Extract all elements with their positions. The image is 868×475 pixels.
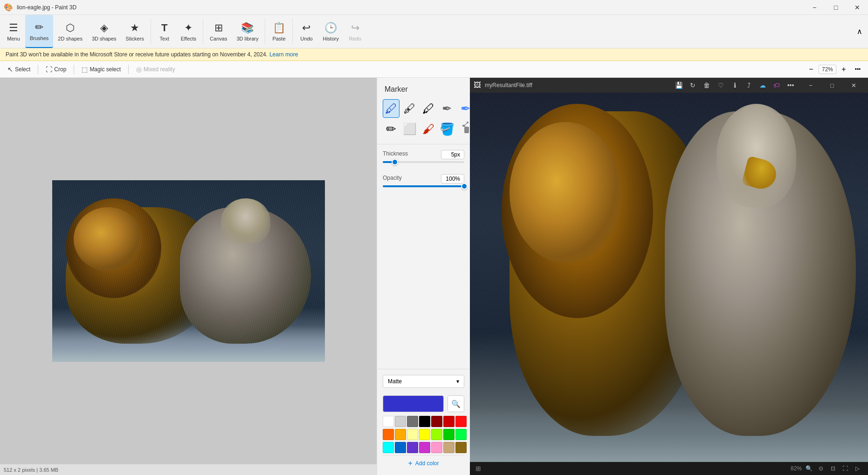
thickness-thumb[interactable] bbox=[392, 159, 398, 165]
brush-pen-blue[interactable]: ✒ bbox=[457, 99, 470, 118]
toolbar-2dshapes[interactable]: ⬡ 2D shapes bbox=[53, 15, 87, 48]
close-button[interactable]: ✕ bbox=[847, 0, 868, 15]
right-slideshow-button[interactable]: ▷ bbox=[852, 463, 862, 474]
toolbar-separator-1 bbox=[151, 19, 151, 44]
swatch-brown[interactable] bbox=[455, 442, 467, 453]
toolbar-history[interactable]: 🕒 History bbox=[318, 15, 343, 48]
paste-icon: 📋 bbox=[273, 22, 285, 34]
swatch-green[interactable] bbox=[443, 429, 455, 440]
swatch-orange[interactable] bbox=[383, 429, 394, 440]
rotate-icon[interactable]: ↻ bbox=[687, 80, 698, 91]
right-maximize-button[interactable]: □ bbox=[821, 78, 843, 93]
main-toolbar: ☰ Menu ✏ Brushes ⬡ 2D shapes ◈ 3D shapes… bbox=[0, 15, 868, 48]
swatch-magenta[interactable] bbox=[419, 442, 430, 453]
more-options-icon[interactable]: ••• bbox=[785, 80, 796, 91]
select-tool[interactable]: ↖ Select bbox=[4, 64, 34, 75]
maximize-button[interactable]: □ bbox=[825, 0, 847, 15]
swatch-brightgreen[interactable] bbox=[455, 429, 467, 440]
right-minimize-button[interactable]: − bbox=[800, 78, 821, 93]
swatch-white[interactable] bbox=[383, 416, 394, 427]
opacity-slider[interactable] bbox=[383, 185, 464, 187]
swatch-gray[interactable] bbox=[407, 416, 418, 427]
swatch-yellowgreen[interactable] bbox=[431, 429, 442, 440]
zoom-minus-button[interactable]: − bbox=[806, 64, 817, 75]
swatch-tan[interactable] bbox=[443, 442, 455, 453]
magic-select-tool[interactable]: ⬚ Magic select bbox=[78, 64, 124, 75]
opacity-value[interactable]: 100% bbox=[441, 174, 464, 183]
collapse-icon[interactable]: ∧ bbox=[853, 23, 866, 40]
more-options-button[interactable]: ••• bbox=[851, 63, 864, 76]
thickness-value[interactable]: 5px bbox=[441, 150, 464, 159]
toolbar-3dshapes[interactable]: ◈ 3D shapes bbox=[87, 15, 121, 48]
title-bar: 🎨 lion-eagle.jpg - Paint 3D − □ ✕ bbox=[0, 0, 868, 15]
right-zoom-out-button[interactable]: 🔍 bbox=[804, 463, 814, 474]
share-icon[interactable]: ⤴ bbox=[743, 80, 754, 91]
brush-eraser-pink[interactable]: ⬜ bbox=[401, 120, 418, 138]
toolbar-undo[interactable]: ↩ Undo bbox=[295, 15, 318, 48]
matte-dropdown[interactable]: Matte ▾ bbox=[383, 375, 464, 388]
text-icon: T bbox=[161, 22, 167, 34]
brush-pen-dark[interactable]: 🖋 bbox=[401, 99, 418, 118]
eyedropper-button[interactable]: 🔍 bbox=[448, 395, 464, 412]
swatch-lightyellow[interactable] bbox=[407, 429, 418, 440]
main-area: 512 x 2 pixels | 3.65 MB Marker 🖊 🖋 🖊 ✒ … bbox=[0, 78, 868, 475]
toolbar-redo[interactable]: ↪ Redo bbox=[344, 15, 367, 48]
opacity-fill bbox=[383, 185, 464, 187]
right-zoom-fit-button[interactable]: ⊡ bbox=[828, 463, 838, 474]
brush-spray[interactable] bbox=[457, 120, 470, 138]
toolbar-canvas[interactable]: ⊞ Canvas bbox=[205, 15, 232, 48]
toolbar-paste[interactable]: 📋 Paste bbox=[267, 15, 290, 48]
brush-pen-gray[interactable]: ✒ bbox=[439, 99, 455, 118]
zoom-area: − 72% + ••• bbox=[806, 63, 864, 76]
swatch-red[interactable] bbox=[443, 416, 455, 427]
badge-icon[interactable]: 🏷 bbox=[771, 80, 782, 91]
info-icon[interactable]: ℹ bbox=[729, 80, 740, 91]
toolbar-menu[interactable]: ☰ Menu bbox=[2, 15, 25, 48]
onedrive-icon[interactable]: ☁ bbox=[757, 80, 768, 91]
selected-color-swatch[interactable] bbox=[383, 395, 444, 412]
toolbar-3dlibrary[interactable]: 📚 3D library bbox=[232, 15, 263, 48]
learn-more-link[interactable]: Learn more bbox=[269, 51, 298, 58]
zoom-plus-button[interactable]: + bbox=[838, 64, 849, 75]
swatch-lightgray[interactable] bbox=[395, 416, 406, 427]
sec-separator-2 bbox=[74, 65, 74, 74]
swatch-cyan[interactable] bbox=[383, 442, 394, 453]
history-icon: 🕒 bbox=[324, 22, 337, 34]
toolbar-collapse: ∧ bbox=[853, 15, 866, 48]
right-close-button[interactable]: ✕ bbox=[843, 78, 864, 93]
opacity-thumb[interactable] bbox=[461, 183, 468, 190]
swatch-brightred[interactable] bbox=[455, 416, 467, 427]
window-controls: − □ ✕ bbox=[804, 0, 868, 15]
swatch-pink[interactable] bbox=[431, 442, 442, 453]
brush-pencil-yellow[interactable]: ✏ bbox=[383, 120, 400, 138]
canvas-area: 512 x 2 pixels | 3.65 MB bbox=[0, 78, 377, 475]
swatch-black[interactable] bbox=[419, 416, 430, 427]
add-color-button[interactable]: + Add color bbox=[383, 455, 464, 471]
minimize-button[interactable]: − bbox=[804, 0, 825, 15]
brush-marker-orange[interactable]: 🖊 bbox=[420, 99, 437, 118]
swatch-amber[interactable] bbox=[395, 429, 406, 440]
heart-icon[interactable]: ♡ bbox=[715, 80, 726, 91]
crop-tool[interactable]: ⛶ Crop bbox=[42, 64, 70, 75]
swatch-yellow[interactable] bbox=[419, 429, 430, 440]
brush-paint-red[interactable]: 🖌 bbox=[420, 120, 437, 138]
swatch-purple[interactable] bbox=[407, 442, 418, 453]
thickness-slider[interactable] bbox=[383, 161, 464, 163]
right-zoom-reset-button[interactable]: ⊙ bbox=[816, 463, 826, 474]
brush-marker-blue[interactable]: 🖊 bbox=[383, 99, 400, 118]
delete-icon[interactable]: 🗑 bbox=[701, 80, 712, 91]
swatch-darkred[interactable] bbox=[431, 416, 442, 427]
canvas-container[interactable] bbox=[0, 78, 377, 464]
right-zoom-fullscreen-button[interactable]: ⛶ bbox=[840, 463, 850, 474]
toolbar-brushes[interactable]: ✏ Brushes bbox=[25, 15, 53, 48]
right-image-area[interactable] bbox=[470, 93, 868, 462]
save-icon[interactable]: 💾 bbox=[673, 80, 684, 91]
canvas-image[interactable] bbox=[52, 180, 325, 362]
toolbar-stickers[interactable]: ★ Stickers bbox=[121, 15, 149, 48]
brush-bucket-orange[interactable]: 🪣 bbox=[439, 120, 455, 138]
pen-blue-icon: ✒ bbox=[461, 102, 470, 116]
toolbar-text[interactable]: T Text bbox=[153, 15, 176, 48]
toolbar-effects[interactable]: ✦ Effects bbox=[176, 15, 201, 48]
swatch-blue[interactable] bbox=[395, 442, 406, 453]
eraser-pink-icon: ⬜ bbox=[403, 122, 417, 136]
